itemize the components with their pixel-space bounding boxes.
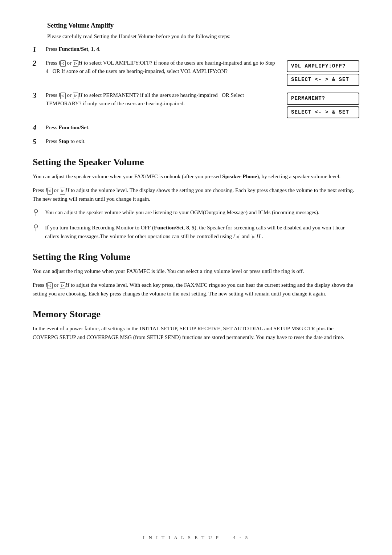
tip2-function-bold: Function/Set [154, 225, 184, 230]
step-2-content: Press l◁ or ▷H to select VOL AMPLIFY:OFF… [46, 59, 359, 86]
tip2-left-btn: ◁ [235, 234, 240, 240]
lcd-box-select-set-1: SELECT <- > & SET [287, 74, 359, 86]
step-1: 1 Press Function/Set, 1, 4. [33, 45, 359, 54]
section-ring-volume: Setting the Ring Volume You can adjust t… [33, 252, 359, 298]
section-memory-storage: Memory Storage In the event of a power f… [33, 309, 359, 342]
lcd-box-select-set-2: SELECT <- > & SET [287, 106, 359, 119]
speaker-para-2: Press l◁ or ▷H to adjust the volume leve… [33, 186, 359, 203]
step-2-right-btn: ▷ [73, 60, 78, 67]
step-5: 5 Press Stop to exit. [33, 137, 359, 146]
section-title-speaker: Setting the Speaker Volume [33, 157, 359, 168]
amplify-steps: 1 Press Function/Set, 1, 4. 2 Press l◁ o… [33, 45, 359, 146]
ring-para-1: You can adjust the ring volume when your… [33, 267, 359, 276]
step-5-bold-stop: Stop [58, 138, 69, 144]
step-4-number: 4 [33, 123, 46, 132]
svg-point-0 [34, 209, 37, 213]
lcd-box-vol-amplify: VOL AMPLIFY:OFF? [287, 60, 359, 73]
step-2-left-btn: ◁ [60, 60, 66, 67]
speaker-right-btn: ▷ [60, 188, 65, 194]
footer-page: 4 - 5 [233, 535, 249, 540]
speaker-left-btn: ◁ [47, 188, 53, 194]
section-title-memory: Memory Storage [33, 309, 359, 320]
footer-text: I N I T I A L S E T U P [143, 535, 220, 540]
step-3-right-btn: ▷ [73, 93, 78, 99]
step-1-bold-1: 1 [91, 46, 94, 52]
amplify-intro: Please carefully read Setting the Handse… [47, 32, 359, 41]
speaker-tip-1-text: You can adjust the speaker volume while … [45, 208, 359, 217]
section-title-amplify: Setting Volume Amplify [47, 22, 359, 29]
svg-point-3 [34, 225, 37, 228]
step-2-lcd-boxes: VOL AMPLIFY:OFF? SELECT <- > & SET [287, 60, 359, 86]
tip-icon-1 [33, 209, 41, 219]
tip2-5-bold: 5 [192, 225, 195, 230]
ring-left-btn: ◁ [47, 282, 53, 289]
step-3-left-btn: ◁ [60, 93, 66, 99]
step-2-number: 2 [33, 59, 46, 68]
ring-para-2: Press l◁ or ▷H to adjust the volume leve… [33, 281, 359, 298]
step-1-bold-function: Function/Set [58, 46, 88, 52]
step-1-number: 1 [33, 45, 46, 54]
ring-right-btn: ▷ [60, 282, 65, 289]
step-3-text: Press l◁ or ▷H to select PERMANENT? if a… [46, 91, 276, 108]
svg-point-2 [36, 216, 36, 216]
memory-para: In the event of a power failure, all set… [33, 324, 359, 342]
section-setting-volume-amplify: Setting Volume Amplify Please carefully … [33, 22, 359, 146]
step-2-with-box: Press l◁ or ▷H to select VOL AMPLIFY:OFF… [46, 59, 359, 86]
section-title-ring: Setting the Ring Volume [33, 252, 359, 262]
step-4-content: Press Function/Set. [46, 123, 359, 132]
step-3-number: 3 [33, 91, 46, 100]
lcd-box-permanent: PERMANENT? [287, 93, 359, 105]
speaker-para-1: You can adjust the speaker volume when y… [33, 172, 359, 181]
tip2-8-bold: 8 [186, 225, 189, 230]
step-3-with-box: Press l◁ or ▷H to select PERMANENT? if a… [46, 91, 359, 118]
svg-point-5 [36, 231, 36, 232]
step-5-content: Press Stop to exit. [46, 137, 359, 146]
tip2-right-btn: ▷ [251, 234, 256, 240]
step-4-bold-function: Function/Set [58, 125, 88, 130]
speaker-tip-2-text: If you turn Incoming Recording Monitor t… [45, 224, 359, 241]
page-footer: I N I T I A L S E T U P 4 - 5 [0, 535, 392, 540]
speaker-tip-2: If you turn Incoming Recording Monitor t… [33, 224, 359, 241]
step-5-number: 5 [33, 137, 46, 146]
step-1-content: Press Function/Set, 1, 4. [46, 45, 359, 53]
step-3-content: Press l◁ or ▷H to select PERMANENT? if a… [46, 91, 359, 118]
step-1-bold-4: 4 [97, 46, 99, 52]
section-speaker-volume: Setting the Speaker Volume You can adjus… [33, 157, 359, 241]
speaker-tip-1: You can adjust the speaker volume while … [33, 208, 359, 219]
step-4: 4 Press Function/Set. [33, 123, 359, 132]
step-2: 2 Press l◁ or ▷H to select VOL AMPLIFY:O… [33, 59, 359, 86]
step-2-text: Press l◁ or ▷H to select VOL AMPLIFY:OFF… [46, 59, 276, 76]
step-3: 3 Press l◁ or ▷H to select PERMANENT? if… [33, 91, 359, 118]
step-3-lcd-boxes: PERMANENT? SELECT <- > & SET [287, 93, 359, 118]
tip-icon-2 [33, 224, 41, 234]
speaker-phone-bold: Speaker Phone [222, 174, 257, 179]
